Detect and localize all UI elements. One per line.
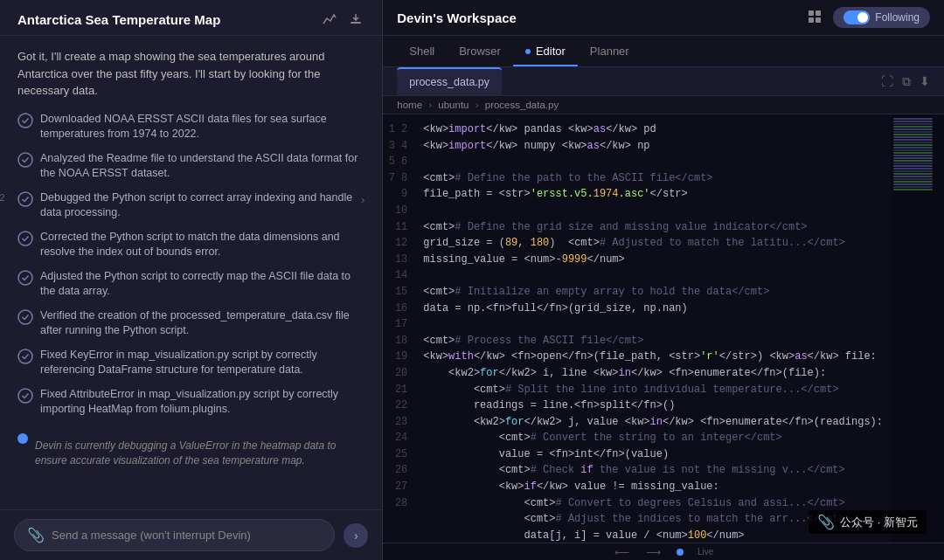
minimap-line [893,144,933,146]
expand-icon[interactable]: › [361,192,364,208]
watermark: 📎 公众号 · 新智元 [809,510,927,534]
check-icon [17,152,33,168]
right-panel: Devin's Workspace Following Shell Browse… [383,0,944,560]
right-header-right: Following [807,7,930,28]
list-item: Adjusted the Python script to correctly … [17,269,364,300]
minimap-line [893,157,933,159]
minimap-line [893,139,933,141]
svg-point-1 [18,114,32,128]
left-content: Got it, I'll create a map showing the se… [0,36,382,509]
minimap-line [893,147,933,149]
minimap-line [893,170,933,172]
list-item: Corrected the Python script to match the… [17,230,364,260]
tab-browser[interactable]: Browser [447,36,513,66]
tab-shell[interactable]: Shell [397,36,447,66]
minimap-line [893,126,933,128]
message-input-area[interactable]: 📎 Send a message (won't interrupt Devin) [14,519,335,551]
check-icon [17,113,33,128]
chart-icon[interactable] [321,10,338,28]
task-text: Adjusted the Python script to correctly … [40,269,364,300]
task-text: Debugged the Python script to correct ar… [40,190,364,221]
minimap-line [893,152,933,154]
editor-file-tab[interactable]: process_data.py [397,67,502,95]
minimap-line [893,183,933,185]
minimap-line [893,186,933,188]
editor-tab-bar: process_data.py ⛶ ⧉ ⬇ [383,67,944,96]
upload-icon[interactable] [347,10,364,28]
tab-planner[interactable]: Planner [578,36,642,66]
minimap-line [893,160,933,162]
check-icon [17,349,33,364]
minimap-line [893,162,933,164]
status-text: Devin is currently debugging a ValueErro… [35,432,364,476]
bottom-bar: ⟵ ⟶ Live [383,543,944,560]
following-button[interactable]: Following [833,7,930,28]
list-item: Verified the creation of the processed_t… [17,308,364,339]
list-item: Fixed KeyError in map_visualization.py s… [17,348,364,378]
status-row: Devin is currently debugging a ValueErro… [17,432,364,476]
check-icon [17,388,33,404]
svg-rect-9 [809,10,814,16]
nav-tabs: Shell Browser Editor Planner [383,36,944,67]
minimap-line [893,136,933,138]
task-text: Verified the creation of the processed_t… [40,308,364,339]
svg-rect-11 [809,17,814,23]
task-text: Downloaded NOAA ERSST ASCII data files f… [40,112,364,142]
task-text: Analyzed the Readme file to understand t… [40,151,364,182]
next-nav-button[interactable]: ⟶ [645,543,663,561]
minimap-line [893,168,933,169]
check-icon [17,231,33,246]
expand-editor-icon[interactable]: ⛶ [881,74,893,89]
intro-text: Got it, I'll create a map showing the se… [17,48,364,100]
svg-point-5 [18,271,32,285]
minimap [892,114,944,543]
prev-nav-button[interactable]: ⟵ [614,543,631,561]
progress-indicator [677,549,684,556]
send-button[interactable]: › [344,523,368,548]
minimap-line [893,181,933,183]
active-tab-dot [525,49,531,54]
download-editor-icon[interactable]: ⬇ [920,74,930,89]
bottom-nav: ⟵ ⟶ Live [614,543,713,561]
line-numbers: 1 2 3 4 5 6 7 8 9 10 11 12 13 14 15 16 1… [383,114,414,543]
list-item: Analyzed the Readme file to understand t… [17,151,364,182]
minimap-content [892,114,944,194]
check-icon [17,270,33,286]
minimap-line [893,178,933,180]
svg-point-6 [18,310,32,324]
minimap-line [893,131,933,133]
task-list: Downloaded NOAA ERSST ASCII data files f… [17,112,364,476]
svg-point-4 [18,232,32,245]
task-text: Fixed AttributeError in map_visualizatio… [40,387,364,418]
right-header: Devin's Workspace Following [383,0,944,36]
minimap-line [893,149,933,151]
left-footer: 📎 Send a message (won't interrupt Devin)… [0,509,382,560]
split-editor-icon[interactable]: ⧉ [902,74,911,89]
check-icon [17,191,33,207]
editor-filename: process_data.py [409,76,489,88]
attach-icon[interactable]: 📎 [27,527,45,543]
svg-point-3 [18,192,32,206]
minimap-line [893,173,933,175]
minimap-line [893,176,933,177]
list-item: Debugged the Python script to correct ar… [17,190,364,221]
svg-point-2 [18,153,32,167]
tab-editor[interactable]: Editor [513,36,578,66]
task-text: Corrected the Python script to match the… [40,230,364,260]
left-panel: Antarctica Sea Temperature Map Got it, I… [0,0,383,560]
code-content[interactable]: <kw>import</kw> pandas <kw>as</kw> pd <k… [414,114,892,543]
code-editor[interactable]: 1 2 3 4 5 6 7 8 9 10 11 12 13 14 15 16 1… [383,114,944,543]
minimap-line [893,155,933,156]
left-header-icons [321,10,364,28]
following-toggle[interactable] [843,10,870,24]
minimap-line [893,123,933,125]
svg-point-8 [18,389,32,403]
editor-tab-icons: ⛶ ⧉ ⬇ [881,74,930,89]
list-item: Downloaded NOAA ERSST ASCII data files f… [17,112,364,142]
grid-icon[interactable] [807,9,823,27]
list-item: Fixed AttributeError in map_visualizatio… [17,387,364,418]
minimap-line [893,118,933,120]
svg-point-7 [18,349,32,363]
status-dot [17,433,28,444]
status-label: Live [698,547,713,557]
